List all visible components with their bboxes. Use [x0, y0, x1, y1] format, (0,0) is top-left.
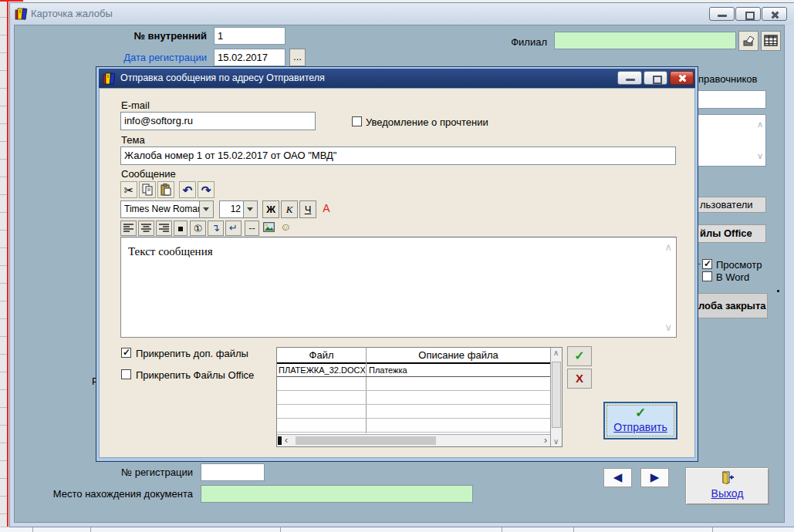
registration-date-input[interactable]: 15.02.2017: [214, 49, 286, 66]
background-bottom-tick: [32, 527, 33, 532]
vscroll-thumb[interactable]: [552, 362, 561, 428]
next-record-button[interactable]: ▶: [640, 468, 669, 487]
files-table-vscrollbar[interactable]: ∧ ∨: [550, 348, 562, 446]
table-row[interactable]: [277, 419, 550, 433]
align-left-button[interactable]: [120, 221, 137, 236]
exit-button[interactable]: Выход: [685, 467, 769, 505]
hscroll-right-icon[interactable]: ›: [544, 435, 547, 446]
email-input[interactable]: info@softorg.ru: [120, 112, 316, 130]
word-checkbox[interactable]: [702, 271, 712, 281]
undo-button[interactable]: ↶: [179, 181, 196, 198]
align-right-icon: [159, 224, 169, 233]
redo-button[interactable]: ↷: [198, 181, 215, 198]
hr-button[interactable]: --: [245, 221, 259, 236]
minimize-button[interactable]: [709, 7, 735, 21]
cut-button[interactable]: ✂: [120, 181, 137, 198]
background-red-line: [7, 0, 8, 532]
indent-button[interactable]: ↴: [208, 221, 224, 236]
undo-icon: ↶: [183, 184, 193, 197]
scroll-down-icon[interactable]: ∨: [757, 148, 763, 164]
paste-button[interactable]: [157, 181, 174, 198]
bold-button[interactable]: Ж: [262, 200, 279, 218]
app-icon: [15, 7, 28, 20]
send-message-dialog: Отправка сообщения по адресу Отправителя…: [96, 66, 698, 462]
hscroll-grip: [278, 436, 282, 445]
attach-files-checkbox[interactable]: ✓: [121, 348, 131, 358]
outdent-button[interactable]: ↵: [225, 221, 242, 236]
branch-label: Филиал: [470, 36, 547, 48]
preview-checkbox[interactable]: ✓: [702, 259, 712, 269]
bullet-list-button[interactable]: [174, 221, 188, 236]
delete-file-button[interactable]: Х: [567, 369, 592, 389]
table-row[interactable]: [277, 377, 550, 391]
branch-lookup-button[interactable]: [761, 31, 781, 51]
directories-heading: правочников: [698, 73, 757, 85]
table-row[interactable]: [277, 405, 550, 419]
exit-button-label: Выход: [686, 487, 769, 500]
dot: [777, 290, 779, 292]
dialog-minimize-button[interactable]: [617, 71, 642, 85]
registration-number-input[interactable]: [201, 463, 265, 481]
hscroll-left-icon[interactable]: ‹: [285, 435, 288, 446]
italic-button[interactable]: К: [281, 200, 298, 218]
subject-input[interactable]: Жалоба номер 1 от 15.02.2017 от ОАО "МВД…: [120, 146, 676, 165]
font-color-button[interactable]: А: [319, 202, 333, 217]
message-scroll-up-icon[interactable]: ∧: [664, 241, 672, 253]
table-icon: [764, 35, 778, 47]
confirm-file-button[interactable]: ✓: [567, 346, 592, 366]
prev-record-button[interactable]: ◀: [603, 468, 632, 487]
vscroll-down-icon[interactable]: ∨: [553, 437, 559, 446]
copy-button[interactable]: [139, 181, 156, 198]
dialog-maximize-button[interactable]: [644, 71, 667, 85]
background-bottom-tick: [280, 527, 281, 532]
align-center-button[interactable]: [138, 221, 154, 236]
font-size-select[interactable]: 12: [219, 200, 258, 218]
scroll-up-icon[interactable]: ∧: [757, 116, 763, 133]
registration-date-label[interactable]: Дата регистрации: [77, 52, 207, 63]
message-scroll-down-icon[interactable]: ∨: [664, 322, 672, 333]
eraser-icon: [742, 34, 755, 48]
notify-checkbox[interactable]: [352, 116, 362, 126]
maximize-button[interactable]: [735, 7, 761, 21]
attach-office-checkbox[interactable]: [121, 369, 131, 379]
dialog-title-bar[interactable]: Отправка сообщения по адресу Отправителя: [99, 69, 695, 88]
confirm-check-icon: ✓: [574, 349, 584, 362]
internal-number-label: № внутренний: [77, 30, 207, 42]
copy-icon: [141, 184, 154, 196]
align-right-button[interactable]: [156, 221, 172, 236]
branch-clear-button[interactable]: [738, 31, 759, 51]
send-button[interactable]: ✓ Отправить: [603, 402, 677, 439]
document-location-input[interactable]: [201, 485, 473, 503]
font-select[interactable]: Times New Roman: [120, 200, 214, 218]
background-bottom-tick: [573, 527, 574, 532]
background-bottom-strip: [0, 527, 794, 532]
numbered-list-icon: ①: [194, 223, 203, 234]
internal-number-input[interactable]: 1: [214, 27, 286, 45]
cut-icon: ✂: [124, 184, 134, 197]
table-row[interactable]: [277, 391, 550, 405]
message-textarea[interactable]: Текст сообщения ∧ ∨: [120, 237, 677, 338]
main-window-title: Карточка жалобы: [31, 8, 113, 19]
underline-button[interactable]: Ч: [299, 200, 316, 218]
outdent-icon: ↵: [229, 222, 238, 234]
font-select-arrow-icon: [203, 207, 209, 211]
branch-input[interactable]: [554, 32, 736, 49]
font-size-select-arrow-icon: [247, 207, 253, 211]
close-button[interactable]: [762, 7, 787, 21]
dialog-content: E-mail info@softorg.ru Уведомление о про…: [99, 88, 695, 458]
subject-label: Тема: [121, 134, 145, 146]
insert-image-button[interactable]: [263, 222, 277, 234]
date-picker-button[interactable]: ...: [289, 49, 306, 66]
main-title-bar[interactable]: Карточка жалобы: [10, 3, 794, 25]
files-table-header-file: Файл: [277, 349, 366, 361]
hscroll-thumb[interactable]: [296, 436, 436, 445]
bullet-icon: [178, 227, 183, 231]
table-row[interactable]: ПЛАТЕЖКА_32.DOCX Платежка: [277, 364, 550, 377]
smiley-icon: ☺: [280, 221, 291, 233]
vscroll-up-icon[interactable]: ∧: [553, 348, 559, 357]
files-table-header: Файл Описание файла: [277, 348, 550, 364]
dialog-close-button[interactable]: [670, 71, 694, 85]
numbered-list-button[interactable]: ①: [190, 221, 206, 236]
smiley-button[interactable]: ☺: [280, 221, 292, 234]
files-table-hscrollbar[interactable]: ‹ ›: [277, 434, 550, 446]
